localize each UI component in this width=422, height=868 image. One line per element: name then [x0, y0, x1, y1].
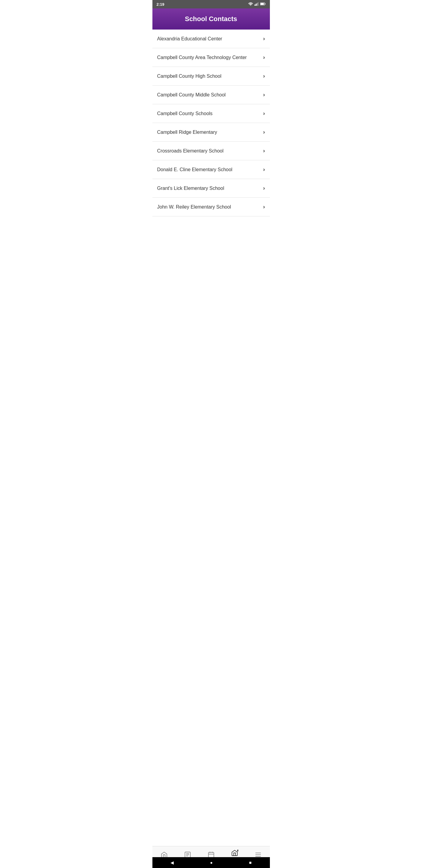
status-bar: 2:19: [153, 0, 270, 8]
contact-list: Alexandria Educational Center › Campbell…: [153, 30, 270, 216]
contact-label: Campbell County Schools: [157, 111, 213, 116]
chevron-right-icon: ›: [263, 110, 265, 117]
battery-icon: [260, 2, 266, 6]
contact-label: Campbell County Middle School: [157, 92, 226, 98]
chevron-right-icon: ›: [263, 54, 265, 61]
wifi-icon: [248, 2, 253, 6]
contact-item[interactable]: Campbell County Schools ›: [153, 104, 270, 123]
page-title: School Contacts: [157, 15, 265, 23]
chevron-right-icon: ›: [263, 129, 265, 135]
status-icons: [248, 2, 266, 6]
contact-label: Donald E. Cline Elementary School: [157, 167, 232, 173]
contact-item[interactable]: Alexandria Educational Center ›: [153, 30, 270, 48]
svg-rect-2: [256, 4, 257, 6]
contact-item[interactable]: Campbell County Middle School ›: [153, 86, 270, 104]
svg-rect-1: [255, 4, 255, 6]
chevron-right-icon: ›: [263, 73, 265, 79]
signal-icon: [255, 2, 259, 6]
chevron-right-icon: ›: [263, 185, 265, 191]
contact-item[interactable]: Campbell County High School ›: [153, 67, 270, 86]
contact-item[interactable]: Campbell Ridge Elementary ›: [153, 123, 270, 142]
svg-rect-4: [258, 2, 259, 6]
svg-point-0: [250, 5, 251, 6]
chevron-right-icon: ›: [263, 166, 265, 173]
contact-label: John W. Reiley Elementary School: [157, 204, 231, 210]
contact-label: Grant's Lick Elementary School: [157, 186, 224, 191]
chevron-right-icon: ›: [263, 148, 265, 154]
contact-label: Campbell County Area Technology Center: [157, 55, 247, 60]
status-time: 2:19: [157, 2, 164, 7]
contact-item[interactable]: Grant's Lick Elementary School ›: [153, 179, 270, 198]
contact-item[interactable]: Crossroads Elementary School ›: [153, 142, 270, 160]
contact-label: Alexandria Educational Center: [157, 36, 222, 41]
chevron-right-icon: ›: [263, 36, 265, 42]
svg-rect-7: [265, 3, 265, 4]
contact-item[interactable]: Campbell County Area Technology Center ›: [153, 48, 270, 67]
contact-label: Campbell Ridge Elementary: [157, 130, 217, 135]
contact-item[interactable]: Donald E. Cline Elementary School ›: [153, 160, 270, 179]
svg-rect-3: [257, 3, 258, 6]
page-header: School Contacts: [153, 8, 270, 30]
contact-item[interactable]: John W. Reiley Elementary School ›: [153, 198, 270, 216]
contact-label: Crossroads Elementary School: [157, 148, 224, 154]
contact-label: Campbell County High School: [157, 73, 221, 79]
svg-rect-6: [261, 3, 264, 5]
chevron-right-icon: ›: [263, 92, 265, 98]
chevron-right-icon: ›: [263, 204, 265, 210]
